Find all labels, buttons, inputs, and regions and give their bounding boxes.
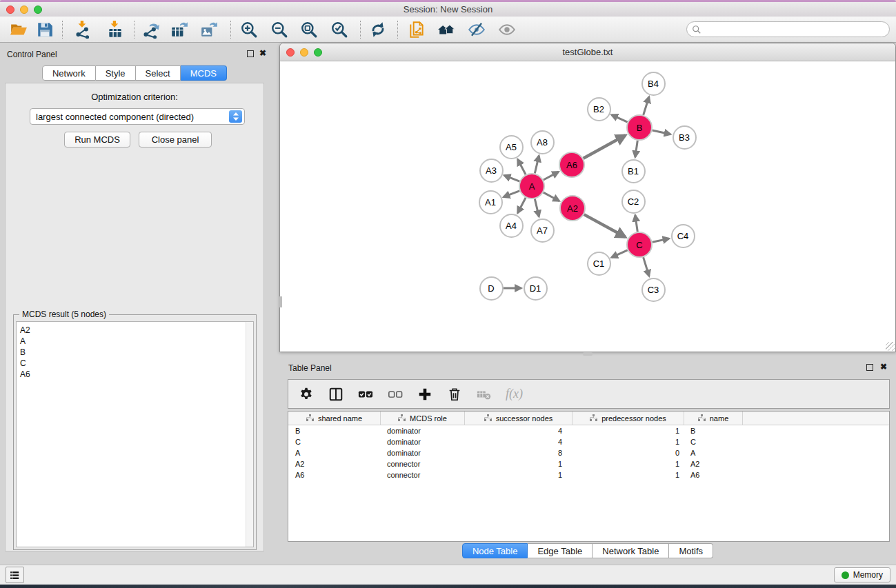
graph-node-c[interactable]: C [626, 232, 653, 258]
network-minimize-button[interactable] [300, 48, 308, 57]
table-row[interactable]: Cdominator41C [288, 436, 889, 447]
result-item[interactable]: C [20, 358, 253, 369]
tab-edge-table[interactable]: Edge Table [528, 543, 593, 558]
tab-motifs[interactable]: Motifs [669, 543, 713, 558]
column-header-name[interactable]: name [684, 412, 742, 425]
graph-edge-C-C2[interactable] [635, 215, 637, 232]
graph-node-a6[interactable]: A6 [559, 152, 585, 178]
graph-node-b1[interactable]: B1 [621, 159, 646, 183]
network-window-titlebar[interactable]: testGlobe.txt [280, 43, 895, 61]
graph-node-a2[interactable]: A2 [559, 195, 586, 221]
graph-edge-B-B2[interactable] [612, 115, 628, 123]
close-panel-button[interactable]: Close panel [139, 132, 212, 148]
graph-node-a5[interactable]: A5 [499, 135, 524, 159]
refresh-layout-icon[interactable] [368, 19, 388, 40]
result-item[interactable]: A [20, 336, 253, 347]
import-network-icon[interactable] [72, 19, 93, 40]
network-close-button[interactable] [286, 48, 295, 57]
result-scrollbar[interactable] [246, 322, 253, 547]
table-row[interactable]: Adominator80A [288, 447, 889, 458]
delete-column-icon[interactable] [446, 386, 463, 403]
save-session-icon[interactable] [34, 19, 55, 40]
graph-edge-C-C1[interactable] [612, 250, 628, 258]
graph-node-b3[interactable]: B3 [673, 125, 697, 150]
graph-edge-B-B4[interactable] [644, 97, 649, 115]
graph-node-d1[interactable]: D1 [524, 276, 548, 301]
graph-node-a8[interactable]: A8 [530, 130, 555, 154]
result-item[interactable]: B [20, 347, 253, 358]
run-mcds-button[interactable]: Run MCDS [64, 132, 130, 148]
graph-edge-B-B1[interactable] [635, 141, 637, 157]
column-header-shared-name[interactable]: shared name [288, 412, 380, 425]
node-table[interactable]: shared nameMCDS rolesuccessor nodesprede… [288, 411, 890, 542]
optimization-select[interactable]: largest connected component (directed) [30, 108, 245, 125]
graph-node-a4[interactable]: A4 [499, 214, 524, 238]
zoom-selected-icon[interactable] [329, 19, 350, 40]
float-panel-icon[interactable] [247, 50, 254, 57]
graph-node-a[interactable]: A [519, 173, 545, 199]
export-table-icon[interactable] [169, 19, 190, 40]
graph-node-d[interactable]: D [479, 276, 504, 301]
graph-edge-A-A8[interactable] [535, 156, 539, 174]
column-header-mcds-role[interactable]: MCDS role [380, 412, 464, 425]
result-item[interactable]: A2 [20, 325, 253, 336]
network-snapshot-icon[interactable] [406, 19, 427, 40]
home-icon[interactable] [436, 19, 457, 40]
tab-network-table[interactable]: Network Table [593, 543, 669, 558]
mcds-result-list[interactable]: A2ABCA6 [16, 321, 254, 547]
memory-button[interactable]: Memory [834, 567, 890, 582]
task-history-button[interactable] [6, 567, 24, 583]
graph-edge-A-A2[interactable] [544, 192, 559, 201]
network-zoom-button[interactable] [314, 48, 322, 57]
graph-edge-C-C4[interactable] [653, 239, 669, 242]
graph-edge-A-A3[interactable] [504, 175, 519, 181]
graph-node-a1[interactable]: A1 [479, 190, 503, 214]
graph-edge-A-A7[interactable] [535, 199, 539, 216]
graph-node-a3[interactable]: A3 [479, 159, 504, 183]
tab-network[interactable]: Network [42, 65, 96, 81]
show-panels-icon[interactable] [497, 19, 517, 40]
export-network-icon[interactable] [140, 19, 161, 40]
tab-mcds[interactable]: MCDS [181, 65, 227, 81]
close-panel-icon[interactable]: ✖ [259, 48, 266, 58]
export-image-icon[interactable] [199, 19, 219, 40]
tab-node-table[interactable]: Node Table [462, 543, 528, 558]
graph-node-c2[interactable]: C2 [621, 190, 646, 214]
column-layout-icon[interactable] [328, 386, 344, 403]
graph-edge-A-A4[interactable] [518, 198, 526, 213]
float-panel-icon[interactable] [866, 364, 873, 371]
close-panel-icon[interactable]: ✖ [880, 362, 887, 372]
graph-node-c1[interactable]: C1 [587, 252, 611, 276]
graph-node-b2[interactable]: B2 [587, 97, 611, 121]
column-header-successor-nodes[interactable]: successor nodes [464, 412, 572, 425]
zoom-fit-icon[interactable] [299, 19, 319, 40]
close-window-button[interactable] [6, 6, 14, 14]
zoom-window-button[interactable] [34, 6, 42, 14]
tab-style[interactable]: Style [96, 65, 136, 81]
graph-edge-A-A6[interactable] [544, 172, 559, 180]
table-row[interactable]: Bdominator41B [288, 425, 889, 436]
import-table-icon[interactable] [105, 19, 126, 40]
deselect-all-icon[interactable] [387, 386, 404, 403]
graph-node-a7[interactable]: A7 [530, 219, 555, 243]
search-input[interactable] [704, 23, 889, 36]
graph-edge-B-B3[interactable] [653, 130, 670, 134]
graph-node-c3[interactable]: C3 [641, 278, 666, 302]
column-header-predecessor-nodes[interactable]: predecessor nodes [572, 412, 684, 425]
graph-edge-C-C3[interactable] [644, 257, 649, 276]
minimize-window-button[interactable] [20, 6, 28, 14]
add-column-icon[interactable] [417, 386, 433, 403]
graph-node-b[interactable]: B [626, 114, 653, 141]
settings-gear-icon[interactable] [298, 386, 315, 403]
resize-grip[interactable] [886, 342, 895, 351]
graph-edge-A2-C[interactable] [584, 214, 626, 237]
zoom-out-icon[interactable] [269, 19, 290, 40]
toolbar-search[interactable] [686, 21, 890, 37]
graph-node-c4[interactable]: C4 [671, 224, 695, 248]
select-all-checked-icon[interactable] [357, 386, 374, 403]
table-row[interactable]: A6connector11A6 [288, 469, 889, 480]
hide-panels-icon[interactable] [466, 19, 487, 40]
zoom-in-icon[interactable] [239, 19, 259, 40]
network-canvas[interactable]: B4B2BB3A8A5A6B1A3AA1C2A2A4A7C4CC1C3DD1 [280, 61, 895, 352]
table-row[interactable]: A2connector11A2 [288, 458, 889, 469]
